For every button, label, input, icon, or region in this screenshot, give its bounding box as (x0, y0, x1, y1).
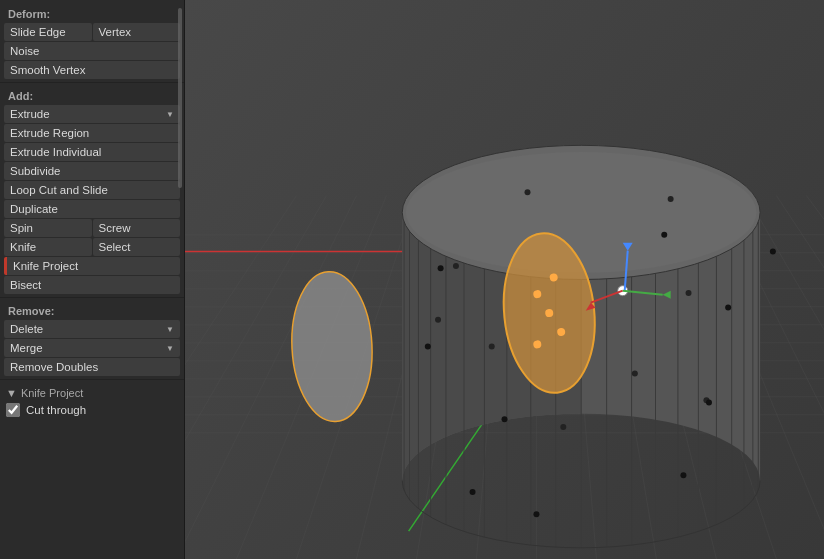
cut-through-label: Cut through (26, 404, 86, 416)
knife-select-row: Knife Select (4, 238, 180, 256)
viewport[interactable] (185, 0, 824, 559)
spin-screw-row: Spin Screw (4, 219, 180, 237)
slide-edge-button[interactable]: Slide Edge (4, 23, 92, 41)
deform-label: Deform: (0, 4, 184, 22)
noise-button[interactable]: Noise (4, 42, 180, 60)
remove-label: Remove: (0, 301, 184, 319)
spin-button[interactable]: Spin (4, 219, 92, 237)
add-label: Add: (0, 86, 184, 104)
knife-button[interactable]: Knife (4, 238, 92, 256)
knife-project-arrow: ▼ (6, 387, 17, 399)
smooth-vertex-button[interactable]: Smooth Vertex (4, 61, 180, 79)
cut-through-row: Cut through (6, 401, 178, 419)
left-panel[interactable]: Deform: Slide Edge Vertex Noise Smooth V… (0, 0, 185, 559)
bisect-button[interactable]: Bisect (4, 276, 180, 294)
knife-project-section-title: Knife Project (21, 387, 83, 399)
remove-doubles-button[interactable]: Remove Doubles (4, 358, 180, 376)
loop-cut-slide-button[interactable]: Loop Cut and Slide (4, 181, 180, 199)
subdivide-button[interactable]: Subdivide (4, 162, 180, 180)
duplicate-button[interactable]: Duplicate (4, 200, 180, 218)
cut-through-checkbox[interactable] (6, 403, 20, 417)
extrude-individual-button[interactable]: Extrude Individual (4, 143, 180, 161)
knife-project-button[interactable]: Knife Project (4, 257, 180, 275)
scrollbar[interactable] (178, 8, 182, 188)
screw-button[interactable]: Screw (93, 219, 181, 237)
scene-canvas (185, 0, 824, 559)
extrude-button[interactable]: Extrude (4, 105, 180, 123)
deform-row-1: Slide Edge Vertex (4, 23, 180, 41)
extrude-region-button[interactable]: Extrude Region (4, 124, 180, 142)
delete-button[interactable]: Delete (4, 320, 180, 338)
select-button[interactable]: Select (93, 238, 181, 256)
knife-project-section-label: ▼ Knife Project (6, 387, 178, 399)
vertex-deform-button[interactable]: Vertex (93, 23, 181, 41)
merge-button[interactable]: Merge (4, 339, 180, 357)
